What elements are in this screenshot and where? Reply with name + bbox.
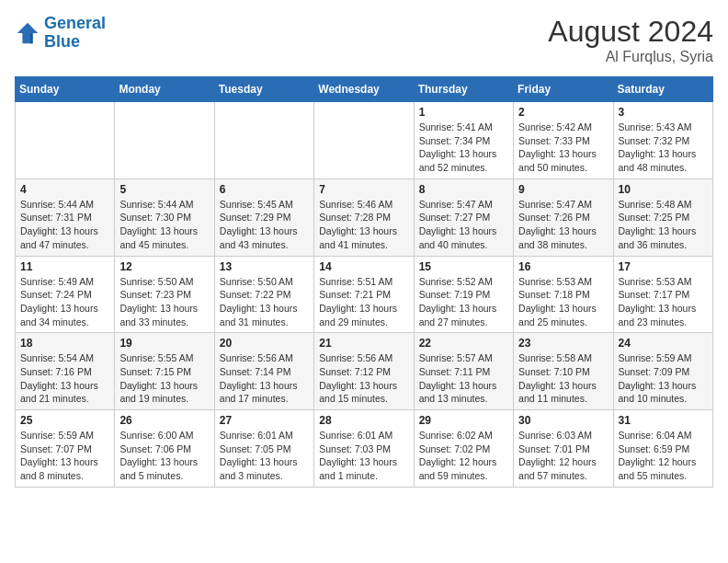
day-info: Sunrise: 5:55 AM Sunset: 7:15 PM Dayligh…	[119, 351, 209, 406]
day-number: 9	[518, 183, 608, 196]
logo-text: General Blue	[44, 15, 106, 52]
week-row-5: 25Sunrise: 5:59 AM Sunset: 7:07 PM Dayli…	[16, 410, 713, 488]
logo: General Blue	[15, 15, 106, 52]
calendar-cell	[314, 102, 414, 179]
svg-marker-0	[17, 23, 38, 43]
day-number: 2	[518, 106, 608, 119]
logo-line1: General	[44, 14, 106, 32]
day-number: 23	[518, 337, 608, 350]
calendar-cell: 6Sunrise: 5:45 AM Sunset: 7:29 PM Daylig…	[214, 178, 313, 256]
day-info: Sunrise: 5:43 AM Sunset: 7:32 PM Dayligh…	[619, 121, 708, 175]
weekday-header-row: SundayMondayTuesdayWednesdayThursdayFrid…	[16, 77, 713, 102]
day-number: 1	[419, 106, 508, 119]
calendar-cell: 2Sunrise: 5:42 AM Sunset: 7:33 PM Daylig…	[514, 102, 613, 179]
day-info: Sunrise: 5:54 AM Sunset: 7:16 PM Dayligh…	[20, 351, 109, 406]
calendar-cell: 14Sunrise: 5:51 AM Sunset: 7:21 PM Dayli…	[314, 256, 414, 333]
day-info: Sunrise: 5:44 AM Sunset: 7:31 PM Dayligh…	[20, 198, 109, 252]
calendar-cell: 21Sunrise: 5:56 AM Sunset: 7:12 PM Dayli…	[314, 333, 414, 410]
day-info: Sunrise: 6:01 AM Sunset: 7:03 PM Dayligh…	[319, 429, 408, 483]
day-number: 31	[619, 414, 708, 427]
calendar-cell: 10Sunrise: 5:48 AM Sunset: 7:25 PM Dayli…	[613, 178, 712, 256]
calendar-cell: 11Sunrise: 5:49 AM Sunset: 7:24 PM Dayli…	[16, 256, 115, 333]
day-number: 10	[619, 183, 708, 196]
day-number: 29	[419, 414, 508, 427]
day-number: 25	[20, 414, 109, 427]
calendar-cell	[115, 102, 214, 179]
day-number: 15	[419, 260, 508, 273]
week-row-1: 1Sunrise: 5:41 AM Sunset: 7:34 PM Daylig…	[16, 102, 713, 179]
day-info: Sunrise: 5:49 AM Sunset: 7:24 PM Dayligh…	[20, 275, 109, 329]
day-info: Sunrise: 5:51 AM Sunset: 7:21 PM Dayligh…	[319, 275, 408, 329]
calendar-cell: 22Sunrise: 5:57 AM Sunset: 7:11 PM Dayli…	[414, 333, 513, 410]
day-number: 27	[220, 414, 309, 427]
calendar-cell: 9Sunrise: 5:47 AM Sunset: 7:26 PM Daylig…	[514, 178, 613, 256]
day-number: 22	[419, 337, 508, 350]
calendar-cell: 26Sunrise: 6:00 AM Sunset: 7:06 PM Dayli…	[115, 410, 214, 488]
calendar-cell: 19Sunrise: 5:55 AM Sunset: 7:15 PM Dayli…	[115, 333, 214, 410]
calendar-cell: 17Sunrise: 5:53 AM Sunset: 7:17 PM Dayli…	[613, 256, 712, 333]
week-row-3: 11Sunrise: 5:49 AM Sunset: 7:24 PM Dayli…	[16, 256, 713, 333]
logo-line2: Blue	[44, 32, 80, 51]
calendar-cell: 18Sunrise: 5:54 AM Sunset: 7:16 PM Dayli…	[16, 333, 115, 410]
calendar-table: SundayMondayTuesdayWednesdayThursdayFrid…	[15, 76, 713, 488]
day-info: Sunrise: 5:59 AM Sunset: 7:07 PM Dayligh…	[20, 429, 109, 483]
day-info: Sunrise: 5:52 AM Sunset: 7:19 PM Dayligh…	[419, 275, 508, 329]
day-info: Sunrise: 5:45 AM Sunset: 7:29 PM Dayligh…	[220, 198, 309, 252]
month-year: August 2024	[548, 15, 713, 49]
day-info: Sunrise: 5:47 AM Sunset: 7:27 PM Dayligh…	[419, 198, 508, 252]
calendar-cell: 24Sunrise: 5:59 AM Sunset: 7:09 PM Dayli…	[613, 333, 712, 410]
day-info: Sunrise: 5:44 AM Sunset: 7:30 PM Dayligh…	[119, 198, 209, 252]
day-info: Sunrise: 6:04 AM Sunset: 6:59 PM Dayligh…	[619, 429, 708, 483]
page-header: General Blue August 2024 Al Furqlus, Syr…	[15, 15, 713, 65]
day-number: 12	[119, 260, 209, 273]
day-number: 4	[20, 183, 109, 196]
logo-icon	[15, 20, 40, 46]
day-info: Sunrise: 5:59 AM Sunset: 7:09 PM Dayligh…	[619, 351, 708, 406]
day-number: 26	[119, 414, 209, 427]
day-info: Sunrise: 5:56 AM Sunset: 7:14 PM Dayligh…	[220, 351, 309, 406]
day-number: 24	[619, 337, 708, 350]
week-row-2: 4Sunrise: 5:44 AM Sunset: 7:31 PM Daylig…	[16, 178, 713, 256]
day-number: 11	[20, 260, 109, 273]
day-info: Sunrise: 6:02 AM Sunset: 7:02 PM Dayligh…	[419, 429, 508, 483]
calendar-cell	[16, 102, 115, 179]
day-info: Sunrise: 5:48 AM Sunset: 7:25 PM Dayligh…	[619, 198, 708, 252]
day-info: Sunrise: 5:50 AM Sunset: 7:23 PM Dayligh…	[119, 275, 209, 329]
day-info: Sunrise: 5:50 AM Sunset: 7:22 PM Dayligh…	[220, 275, 309, 329]
calendar-cell: 16Sunrise: 5:53 AM Sunset: 7:18 PM Dayli…	[514, 256, 613, 333]
weekday-monday: Monday	[115, 77, 214, 102]
day-number: 7	[319, 183, 408, 196]
day-info: Sunrise: 5:46 AM Sunset: 7:28 PM Dayligh…	[319, 198, 408, 252]
location: Al Furqlus, Syria	[548, 49, 713, 65]
weekday-thursday: Thursday	[414, 77, 513, 102]
calendar-cell: 31Sunrise: 6:04 AM Sunset: 6:59 PM Dayli…	[613, 410, 712, 488]
day-info: Sunrise: 6:00 AM Sunset: 7:06 PM Dayligh…	[119, 429, 209, 483]
day-number: 6	[220, 183, 309, 196]
week-row-4: 18Sunrise: 5:54 AM Sunset: 7:16 PM Dayli…	[16, 333, 713, 410]
day-info: Sunrise: 5:41 AM Sunset: 7:34 PM Dayligh…	[419, 121, 508, 175]
day-info: Sunrise: 5:57 AM Sunset: 7:11 PM Dayligh…	[419, 351, 508, 406]
day-info: Sunrise: 6:01 AM Sunset: 7:05 PM Dayligh…	[220, 429, 309, 483]
calendar-cell: 27Sunrise: 6:01 AM Sunset: 7:05 PM Dayli…	[214, 410, 313, 488]
day-number: 20	[220, 337, 309, 350]
weekday-wednesday: Wednesday	[314, 77, 414, 102]
calendar-cell: 4Sunrise: 5:44 AM Sunset: 7:31 PM Daylig…	[16, 178, 115, 256]
calendar-cell: 15Sunrise: 5:52 AM Sunset: 7:19 PM Dayli…	[414, 256, 513, 333]
day-number: 14	[319, 260, 408, 273]
calendar-cell: 29Sunrise: 6:02 AM Sunset: 7:02 PM Dayli…	[414, 410, 513, 488]
day-number: 16	[518, 260, 608, 273]
calendar-cell: 5Sunrise: 5:44 AM Sunset: 7:30 PM Daylig…	[115, 178, 214, 256]
day-info: Sunrise: 5:56 AM Sunset: 7:12 PM Dayligh…	[319, 351, 408, 406]
weekday-friday: Friday	[514, 77, 613, 102]
calendar-cell: 1Sunrise: 5:41 AM Sunset: 7:34 PM Daylig…	[414, 102, 513, 179]
calendar-cell: 20Sunrise: 5:56 AM Sunset: 7:14 PM Dayli…	[214, 333, 313, 410]
day-number: 30	[518, 414, 608, 427]
calendar-cell: 25Sunrise: 5:59 AM Sunset: 7:07 PM Dayli…	[16, 410, 115, 488]
day-number: 28	[319, 414, 408, 427]
day-number: 5	[119, 183, 209, 196]
calendar-cell: 28Sunrise: 6:01 AM Sunset: 7:03 PM Dayli…	[314, 410, 414, 488]
day-info: Sunrise: 6:03 AM Sunset: 7:01 PM Dayligh…	[518, 429, 608, 483]
calendar-cell: 23Sunrise: 5:58 AM Sunset: 7:10 PM Dayli…	[514, 333, 613, 410]
day-number: 13	[220, 260, 309, 273]
calendar-cell: 7Sunrise: 5:46 AM Sunset: 7:28 PM Daylig…	[314, 178, 414, 256]
